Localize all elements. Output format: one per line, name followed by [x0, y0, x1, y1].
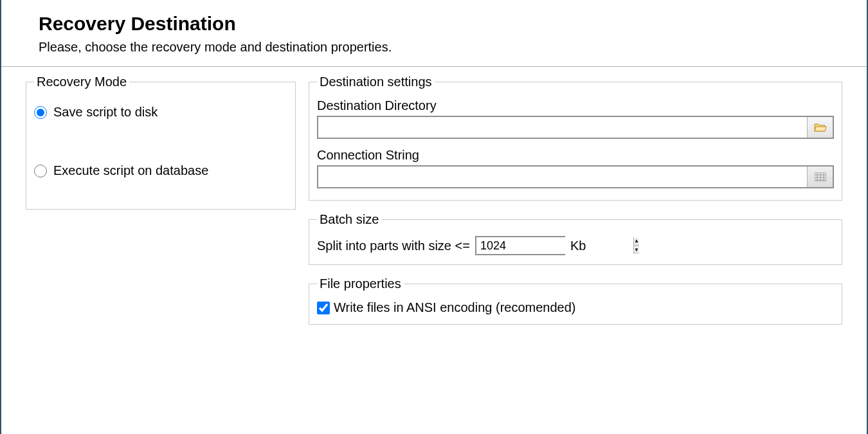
- radio-save-script-input[interactable]: [34, 106, 47, 119]
- destination-directory-input[interactable]: [318, 117, 807, 138]
- recovery-mode-group: Recovery Mode Save script to disk Execut…: [26, 75, 296, 210]
- folder-icon: [814, 122, 827, 132]
- radio-save-script[interactable]: Save script to disk: [34, 105, 287, 120]
- browse-directory-button[interactable]: [807, 117, 833, 138]
- connection-string-label: Connection String: [317, 148, 834, 163]
- connection-string-button[interactable]: [807, 167, 833, 187]
- batch-size-legend: Batch size: [317, 212, 381, 227]
- recovery-mode-legend: Recovery Mode: [34, 75, 129, 89]
- batch-size-up-button[interactable]: ▲: [634, 237, 639, 246]
- radio-execute-database[interactable]: Execute script on database: [34, 163, 287, 178]
- radio-save-script-label: Save script to disk: [53, 105, 158, 120]
- ansi-encoding-checkbox-row[interactable]: Write files in ANSI encoding (recomended…: [317, 300, 834, 315]
- radio-execute-database-input[interactable]: [34, 165, 47, 177]
- header: Recovery Destination Please, choose the …: [0, 0, 868, 62]
- batch-size-input[interactable]: [476, 237, 633, 254]
- file-properties-group: File properties Write files in ANSI enco…: [309, 276, 842, 325]
- destination-settings-group: Destination settings Destination Directo…: [309, 75, 842, 201]
- page-title: Recovery Destination: [39, 13, 829, 35]
- radio-execute-database-label: Execute script on database: [53, 163, 208, 178]
- page-subtitle: Please, choose the recovery mode and des…: [39, 40, 829, 55]
- batch-size-down-button[interactable]: ▼: [634, 246, 639, 255]
- destination-directory-label: Destination Directory: [317, 98, 834, 113]
- connection-string-input[interactable]: [318, 167, 807, 187]
- destination-settings-legend: Destination settings: [317, 75, 435, 89]
- grid-icon: [815, 172, 826, 181]
- ansi-encoding-checkbox[interactable]: [317, 302, 330, 314]
- ansi-encoding-label: Write files in ANSI encoding (recomended…: [334, 300, 575, 315]
- split-label: Split into parts with size <=: [317, 239, 470, 253]
- file-properties-legend: File properties: [317, 276, 404, 291]
- batch-size-group: Batch size Split into parts with size <=…: [309, 212, 842, 265]
- batch-size-unit: Kb: [570, 239, 586, 253]
